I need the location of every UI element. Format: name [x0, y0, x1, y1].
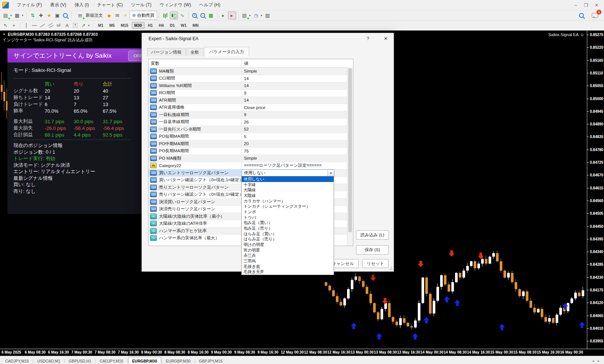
scrollbar-thumb[interactable]	[348, 68, 352, 232]
parameter-name-cell[interactable]: 123RCI期間	[149, 90, 242, 97]
label-tool-icon[interactable]: T	[71, 22, 79, 29]
parameter-row[interactable]: 123PO長期MA期間75	[149, 148, 353, 155]
dialog-tab-0[interactable]: バージョン情報	[147, 48, 186, 56]
profiles-icon[interactable]: ▦	[13, 12, 21, 19]
parameter-name-cell[interactable]: 123一目転換線期間	[149, 111, 242, 118]
market-watch-icon[interactable]: ⇅	[29, 12, 36, 19]
dropdown-item[interactable]: 大陰線	[242, 193, 334, 198]
menu-item[interactable]: チャート (C)	[93, 0, 127, 10]
dropdown-item[interactable]: カラカサ（ハンマー）	[242, 198, 334, 204]
fibonacci-tool-icon[interactable]: ≡F	[55, 22, 63, 29]
dropdown-item[interactable]: 包み足（売り）	[242, 226, 334, 231]
dropdown-item[interactable]: 大陽線	[242, 187, 334, 193]
save-button[interactable]: 保存 (S)	[356, 245, 389, 255]
navigator-icon[interactable]: ★	[45, 12, 53, 19]
chart-tab-gbpusd-h1[interactable]: GBPUSD,H1	[65, 357, 95, 364]
menu-item[interactable]: ファイル (F)	[13, 0, 46, 10]
chart-tab-gbpjpy-m15[interactable]: GBPJPY,M15	[195, 357, 226, 364]
time-axis[interactable]: 6 May 20256 May 08:306 May 16:307 May 00…	[0, 349, 604, 356]
signals-icon[interactable]: ⚡	[122, 12, 129, 19]
profiles-caret-icon[interactable]: ▼	[21, 14, 24, 17]
channel-tool-icon[interactable]	[47, 22, 54, 29]
parameter-value-cell[interactable]: Simple	[242, 155, 353, 162]
chart-tab-eurgbp-m30[interactable]: EURGBP,M30	[162, 357, 194, 364]
dropdown-item[interactable]: トンカチ（シューティングスター）	[242, 204, 334, 209]
load-button[interactable]: 読み込み (L)	[356, 230, 389, 240]
menu-item[interactable]: 挿入 (I)	[70, 0, 93, 10]
menu-item[interactable]: ウィンドウ (W)	[156, 0, 195, 10]
parameter-row[interactable]: 123一目先行スパンB期間52	[149, 126, 353, 133]
line-chart-icon[interactable]: ∿	[179, 12, 186, 19]
dialog-tab-2[interactable]: パラメータの入力	[204, 47, 249, 57]
bar-chart-icon[interactable]	[162, 12, 169, 19]
parameter-value-cell[interactable]: 20	[242, 140, 353, 147]
templates-icon[interactable]: ▨	[264, 12, 271, 19]
dialog-close-button[interactable]: ✕	[382, 36, 390, 41]
new-order-button[interactable]: ▤ 新規注文	[74, 12, 105, 19]
chart-tab-usdcad-m1[interactable]: USDCAD,M1	[34, 357, 64, 364]
ea-smiley-icon[interactable]: ☺	[580, 32, 584, 37]
zoom-out-icon[interactable]: -	[199, 12, 207, 19]
text-tool-icon[interactable]: A	[63, 22, 71, 29]
parameter-name-cell[interactable]: ½ハンマー系の下ヒゲ比率	[149, 227, 242, 234]
timeframe-button-h1[interactable]: H1	[145, 22, 155, 29]
periods-clock-icon[interactable]: ◷	[252, 12, 260, 19]
dropdown-item[interactable]: 使用しない	[242, 176, 334, 182]
parameter-row[interactable]: 123RCI期間9	[149, 90, 353, 97]
parameter-value-cell[interactable]: Simple	[242, 68, 353, 75]
parameter-row[interactable]: 123PO中期MA期間20	[149, 140, 353, 148]
parameter-name-cell[interactable]: 123PO MA種類	[149, 155, 242, 162]
tab-scroll-right-icon[interactable]: ▸	[598, 359, 600, 363]
parameter-name-cell[interactable]: 123Williams %R期間	[149, 82, 242, 89]
parameter-name-cell[interactable]: 123PO短期MA期間	[149, 133, 242, 140]
parameter-name-cell[interactable]: 123一目基準線期間	[149, 119, 242, 126]
horizontal-line-tool-icon[interactable]	[31, 22, 38, 29]
panel-off-button[interactable]: OFF	[128, 51, 142, 61]
strategy-tester-icon[interactable]	[62, 12, 69, 19]
chart-tab-eurgbp-m30[interactable]: EURGBP,M30	[128, 357, 161, 364]
dialog-help-button[interactable]: ?	[364, 36, 372, 41]
parameter-value-cell[interactable]: 14	[242, 82, 353, 89]
arrows-tool-icon[interactable]: ↗	[80, 22, 87, 29]
parameter-value-cell[interactable]: 5	[242, 133, 353, 140]
parameter-row[interactable]: 123一目基準線期間26	[149, 119, 353, 126]
dropdown-item[interactable]: 毛抜き底	[242, 264, 334, 269]
parameter-name-cell[interactable]: 123決済売りローソク足パターン	[149, 206, 242, 213]
price-axis[interactable]: 0.852750.852200.851650.851100.850550.850…	[587, 31, 604, 349]
timeframe-button-m5[interactable]: M5	[107, 22, 118, 29]
arrows-caret-icon[interactable]: ▼	[88, 24, 90, 27]
timeframe-button-h4[interactable]: H4	[156, 22, 166, 29]
parameter-row[interactable]: 123CCI期間14	[149, 75, 353, 83]
trendline-tool-icon[interactable]	[39, 22, 46, 29]
parameter-name-cell[interactable]: 123買いパターン確認シフト（0=現在,1=確定）	[149, 177, 242, 184]
parameter-value-cell[interactable]: 14	[242, 97, 353, 104]
parameter-name-cell[interactable]: 123PO中期MA期間	[149, 140, 242, 147]
dropdown-item[interactable]: トンボ	[242, 209, 334, 215]
parameter-name-cell[interactable]: 123ATR適用価格	[149, 104, 242, 111]
chart-tab-cadjpy-m15[interactable]: CADJPY,M15	[1, 357, 32, 364]
close-button[interactable]: ✕	[591, 2, 602, 9]
parameter-value-cell[interactable]: ======ローソク足パターン設定======	[242, 162, 353, 169]
tab-scroll-left-icon[interactable]: ◂	[592, 359, 594, 363]
column-header-value[interactable]: 値	[242, 59, 353, 67]
chart-tab-cadjpy-m15[interactable]: CADJPY,M15	[96, 357, 127, 364]
metaeditor-icon[interactable]: ◆	[105, 12, 113, 19]
parameter-row[interactable]: 123MA種類Simple	[149, 68, 353, 75]
parameter-name-cell[interactable]: 123一目先行スパンB期間	[149, 126, 242, 133]
dropdown-item[interactable]: 宵の明星	[242, 248, 334, 253]
terminal-icon[interactable]: ▣	[54, 12, 61, 19]
parameter-row[interactable]: 123ATR期間14	[149, 97, 353, 104]
parameter-value-cell[interactable]: 9	[242, 111, 353, 118]
parameter-row[interactable]: abCategory22======ローソク足パターン設定======	[149, 162, 353, 170]
parameter-value-cell[interactable]: Close price	[242, 104, 353, 111]
dropdown-item[interactable]: 三羽烏	[242, 258, 334, 264]
timeframe-button-mn[interactable]: MN	[190, 22, 201, 29]
search-icon[interactable]	[578, 12, 585, 19]
parameter-name-cell[interactable]: 123CCI期間	[149, 75, 242, 82]
periods-caret-icon[interactable]: ▼	[260, 14, 263, 17]
parameter-name-cell[interactable]: 123ATR期間	[149, 97, 242, 104]
parameter-name-cell[interactable]: ½大陽線/大陰線のATR倍率	[149, 220, 242, 227]
cursor-tool-icon[interactable]: ↖	[2, 22, 9, 29]
parameter-row[interactable]: 123買いエントリーローソク足パターン使用しない	[149, 169, 353, 177]
auto-scroll-icon[interactable]: ▸	[220, 12, 227, 19]
